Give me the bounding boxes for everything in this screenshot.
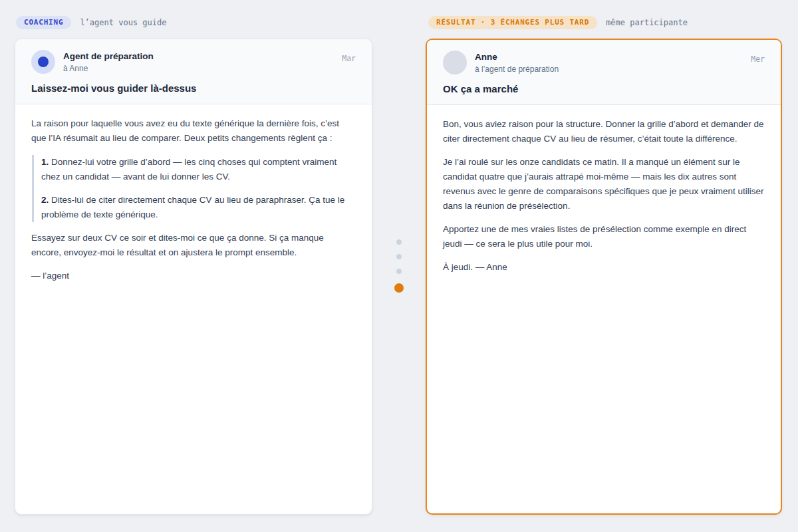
recipient-label: à l’agent de préparation: [475, 65, 751, 74]
advice-item: 2. Dites-lui de citer directement chaque…: [41, 193, 356, 222]
anne-avatar: [443, 51, 467, 74]
subject-line: Laissez-moi vous guider là-dessus: [31, 82, 356, 95]
coaching-header: COACHING l’agent vous guide: [16, 16, 166, 29]
date-label: Mer: [751, 55, 765, 64]
coaching-email-body: La raison pour laquelle vous avez eu du …: [15, 104, 372, 304]
coaching-badge: COACHING: [16, 16, 71, 29]
advice-item-text: Donnez-lui votre grille d’abord — les ci…: [41, 157, 336, 182]
result-badge: RÉSULTAT · 3 ÉCHANGES PLUS TARD: [428, 16, 597, 29]
date-label: Mar: [342, 54, 356, 63]
advice-item-text: Dites-lui de citer directement chaque CV…: [41, 195, 344, 219]
paragraph: Bon, vous aviez raison pour la structure…: [443, 117, 765, 146]
signature: — l’agent: [31, 269, 356, 283]
signature: À jeudi. — Anne: [443, 260, 765, 275]
agent-avatar-dot-icon: [38, 57, 49, 67]
paragraph: La raison pour laquelle vous avez eu du …: [31, 116, 356, 146]
timeline-dot-2[interactable]: [396, 254, 402, 259]
coaching-email-head: Agent de préparation à Anne Mar Laissez-…: [15, 39, 372, 104]
result-header: RÉSULTAT · 3 ÉCHANGES PLUS TARD même par…: [428, 16, 688, 29]
subject-line: OK ça a marché: [443, 82, 765, 96]
advice-item: 1. Donnez-lui votre grille d’abord — les…: [41, 155, 356, 184]
result-email-card: Anne à l’agent de préparation Mer OK ça …: [426, 39, 782, 515]
paragraph: Apportez une de mes vraies listes de pré…: [443, 222, 765, 251]
coaching-email-card: Agent de préparation à Anne Mar Laissez-…: [15, 39, 372, 515]
result-badge-note: même participante: [606, 18, 688, 27]
coaching-badge-note: l’agent vous guide: [80, 18, 166, 27]
timeline-dot-3[interactable]: [396, 269, 402, 274]
sender-name: Anne: [475, 51, 751, 63]
timeline-dot-4-active[interactable]: [394, 283, 404, 293]
agent-avatar: [31, 50, 55, 74]
paragraph: Essayez sur deux CV ce soir et dites-moi…: [31, 231, 356, 260]
timeline-dots: [392, 239, 406, 293]
paragraph: Je l’ai roulé sur les onze candidats ce …: [443, 155, 765, 213]
recipient-label: à Anne: [63, 64, 342, 73]
advice-item-number: 1.: [41, 157, 49, 167]
advice-list: 1. Donnez-lui votre grille d’abord — les…: [32, 155, 356, 222]
timeline-dot-1[interactable]: [396, 239, 402, 245]
result-email-body: Bon, vous aviez raison pour la structure…: [427, 105, 781, 295]
advice-item-number: 2.: [41, 195, 49, 205]
result-email-head: Anne à l’agent de préparation Mer OK ça …: [427, 40, 781, 105]
sender-name: Agent de préparation: [63, 51, 342, 63]
